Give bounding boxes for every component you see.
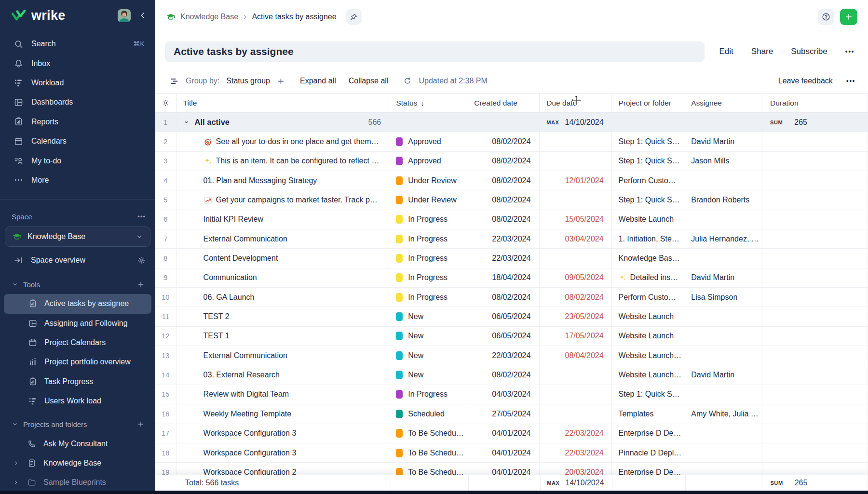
project-cell[interactable]: Enterprise D De… [612,424,686,443]
group-by-value-button[interactable]: Status group [226,77,270,85]
project-cell[interactable]: 1. Initiation, Ste… [612,229,686,248]
status-cell[interactable]: In Progress [389,288,467,307]
project-cell[interactable]: Step 1: Quick S… [612,190,686,209]
created-date-cell[interactable]: 08/02/2024 [467,210,540,229]
status-cell[interactable]: Under Review [389,171,467,190]
project-cell[interactable]: Knowledge Bas… [612,249,686,267]
assignee-cell[interactable] [685,463,762,475]
status-cell[interactable]: New [389,327,467,346]
create-new-button[interactable] [840,9,857,25]
tools-section-header[interactable]: Tools [0,275,155,294]
status-cell[interactable]: New [389,346,467,365]
column-header-title[interactable]: Title [176,93,390,112]
table-row[interactable]: 18 Workspace Configuration 3 To Be Sched… [155,443,868,463]
assignee-cell[interactable] [685,385,762,404]
sidebar-item-workload[interactable]: Workload [0,73,155,93]
task-title-cell[interactable]: Communication [176,268,390,287]
leave-feedback-button[interactable]: Leave feedback [778,77,833,85]
project-cell[interactable]: Step 1: Quick S… [612,152,686,171]
due-date-cell[interactable]: 20/03/2024 [540,463,611,475]
column-header-project[interactable]: Project or folder [611,93,685,112]
created-date-cell[interactable]: 22/03/2024 [467,229,540,248]
due-date-cell[interactable] [540,190,611,209]
created-date-cell[interactable]: 06/05/2024 [467,307,540,326]
assignee-cell[interactable]: David Martin [685,132,762,151]
add-grouping-icon[interactable] [277,77,285,85]
assignee-cell[interactable]: Amy White, Julia … [685,404,762,423]
due-date-cell[interactable]: 22/03/2024 [540,443,611,462]
project-cell[interactable]: Perform Custo… [612,171,686,190]
table-row[interactable]: 8 Content Development In Progress 22/03/… [155,249,868,268]
view-title-input[interactable]: Active tasks by assignee [165,41,705,62]
column-header-duration[interactable]: Duration [762,93,868,112]
table-row[interactable]: 16 Weekly Meeting Template Scheduled 27/… [155,404,868,424]
task-title-cell[interactable]: Initial KPI Review [176,210,390,229]
column-header-assignee[interactable]: Assignee [685,93,762,112]
due-date-cell[interactable] [540,152,611,171]
task-title-cell[interactable]: 03. External Research [176,365,390,384]
project-cell[interactable]: Website Launch… [612,346,686,365]
assignee-cell[interactable] [685,307,762,326]
table-row[interactable]: 19 Workspace Configuration 2 To Be Sched… [155,463,868,475]
assignee-cell[interactable] [685,443,762,462]
assignee-cell[interactable] [685,424,762,443]
expand-all-button[interactable]: Expand all [300,77,336,85]
sidebar-item-space-overview[interactable]: Space overview [0,250,155,271]
table-row[interactable]: 11 TEST 2 New 06/05/2024 23/05/2024 Webs… [155,307,868,326]
status-cell[interactable]: In Progress [389,385,467,404]
created-date-cell[interactable]: 22/03/2024 [467,346,540,365]
task-title-cell[interactable]: External Communication [176,346,390,365]
table-row[interactable]: 9 Communication In Progress 18/04/2024 0… [155,268,868,288]
collapse-all-button[interactable]: Collapse all [349,77,389,85]
sidebar-item-ask-my-consultant[interactable]: Ask My Consultant [0,434,155,453]
task-title-cell[interactable]: Content Development [176,249,390,267]
table-settings-button[interactable] [155,93,176,112]
due-date-cell[interactable] [540,249,611,267]
status-cell[interactable]: New [389,365,467,384]
status-cell[interactable]: In Progress [389,249,467,267]
task-title-cell[interactable]: Workspace Configuration 2 [176,463,390,475]
sidebar-item-dashboards[interactable]: Dashboards [0,93,155,112]
task-title-cell[interactable]: External Communication [176,229,390,248]
assignee-cell[interactable]: David Martin [685,365,762,384]
assignee-cell[interactable] [685,210,762,229]
assignee-cell[interactable]: David Martin [685,268,762,287]
created-date-cell[interactable]: 08/02/2024 [467,171,540,190]
project-cell[interactable]: Perform Custo… [612,288,686,307]
table-row[interactable]: 6 Initial KPI Review In Progress 08/02/2… [155,210,868,229]
status-cell[interactable]: To Be Schedu… [389,463,467,475]
created-date-cell[interactable]: 06/05/2024 [467,327,540,346]
task-title-cell[interactable]: Weekly Meeting Template [176,404,390,423]
table-row[interactable]: 3 This is an item. It can be configured … [155,152,868,171]
table-row[interactable]: 17 Workspace Configuration 3 To Be Sched… [155,424,868,443]
project-cell[interactable]: Website Launch [612,210,686,229]
project-cell[interactable]: Pinnacle D Depl… [612,443,686,462]
created-date-cell[interactable]: 08/02/2024 [467,132,540,151]
table-row[interactable]: 7 External Communication In Progress 22/… [155,229,868,249]
sidebar-item-project-calendars[interactable]: Project Calendars [4,333,151,352]
due-date-cell[interactable]: 15/05/2024 [540,210,611,229]
table-row[interactable]: 2 See all your to-dos in one place and g… [155,132,868,151]
assignee-cell[interactable] [685,171,762,190]
project-cell[interactable]: Enterprise D De… [612,463,686,475]
table-row[interactable]: 13 External Communication New 22/03/2024… [155,346,868,365]
task-title-cell[interactable]: Workspace Configuration 3 [176,424,390,443]
sidebar-item-calendars[interactable]: Calendars [0,132,155,151]
subscribe-button[interactable]: Subscribe [791,47,827,56]
task-title-cell[interactable]: Review with Digital Team [176,385,390,404]
due-date-cell[interactable]: 17/05/2024 [540,327,611,346]
add-tool-icon[interactable] [137,280,145,288]
space-settings-gear-icon[interactable] [137,256,146,265]
sidebar-item-assigning-and-following[interactable]: Assigning and Following [4,314,151,333]
due-date-cell[interactable]: 23/05/2024 [540,307,611,326]
assignee-cell[interactable]: Brandon Roberts [685,190,762,209]
due-date-cell[interactable] [540,385,611,404]
sidebar-item-users-work-load[interactable]: Users Work load [4,391,151,411]
sidebar-item-task-progress[interactable]: Task Progress [4,372,151,391]
edit-button[interactable]: Edit [719,47,733,56]
title-more-button[interactable]: ••• [845,48,854,55]
assignee-cell[interactable]: Lisa Simpson [685,288,762,307]
due-date-cell[interactable]: 03/04/2024 [540,229,611,248]
table-row[interactable]: 5 Get your campaigns to market faster. T… [155,190,868,210]
column-header-status[interactable]: Status ↓ [389,93,467,112]
